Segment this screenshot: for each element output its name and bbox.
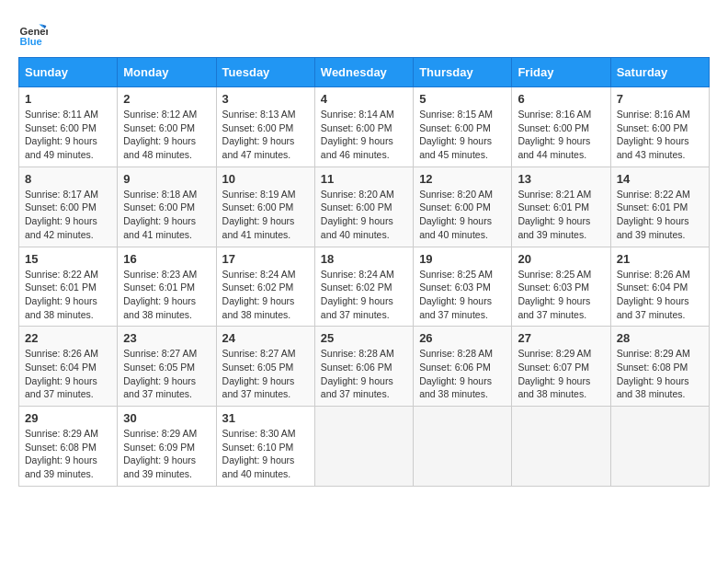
day-number: 1 [25,92,111,106]
day-info: Sunrise: 8:29 AM Sunset: 6:09 PM Dayligh… [123,427,210,481]
day-number: 4 [321,92,407,106]
day-number: 8 [25,172,111,186]
calendar-day-cell [414,407,512,487]
calendar-day-cell: 9 Sunrise: 8:18 AM Sunset: 6:00 PM Dayli… [118,167,216,247]
weekday-header: Tuesday [216,58,314,87]
calendar-day-cell: 6 Sunrise: 8:16 AM Sunset: 6:00 PM Dayli… [512,87,610,167]
weekday-header: Sunday [19,58,118,87]
day-info: Sunrise: 8:25 AM Sunset: 6:03 PM Dayligh… [518,268,604,322]
calendar-day-cell: 11 Sunrise: 8:20 AM Sunset: 6:00 PM Dayl… [314,167,413,247]
calendar-day-cell: 8 Sunrise: 8:17 AM Sunset: 6:00 PM Dayli… [19,167,118,247]
day-info: Sunrise: 8:27 AM Sunset: 6:05 PM Dayligh… [222,347,309,401]
day-info: Sunrise: 8:24 AM Sunset: 6:02 PM Dayligh… [222,268,309,322]
day-number: 27 [518,331,604,345]
calendar-day-cell: 31 Sunrise: 8:30 AM Sunset: 6:10 PM Dayl… [216,407,314,487]
day-number: 9 [123,172,210,186]
day-number: 30 [123,411,210,425]
weekday-header-row: SundayMondayTuesdayWednesdayThursdayFrid… [19,58,710,87]
calendar-day-cell: 10 Sunrise: 8:19 AM Sunset: 6:00 PM Dayl… [216,167,314,247]
svg-text:Blue: Blue [20,36,42,47]
weekday-header: Wednesday [314,58,413,87]
day-info: Sunrise: 8:28 AM Sunset: 6:06 PM Dayligh… [321,347,407,401]
calendar-day-cell [314,407,413,487]
calendar-day-cell: 1 Sunrise: 8:11 AM Sunset: 6:00 PM Dayli… [19,87,118,167]
day-info: Sunrise: 8:15 AM Sunset: 6:00 PM Dayligh… [419,108,506,162]
calendar-week-row: 15 Sunrise: 8:22 AM Sunset: 6:01 PM Dayl… [19,247,710,327]
day-info: Sunrise: 8:24 AM Sunset: 6:02 PM Dayligh… [321,268,407,322]
calendar-day-cell: 26 Sunrise: 8:28 AM Sunset: 6:06 PM Dayl… [414,327,512,407]
day-number: 29 [25,411,111,425]
calendar-day-cell: 15 Sunrise: 8:22 AM Sunset: 6:01 PM Dayl… [19,247,118,327]
calendar-day-cell: 2 Sunrise: 8:12 AM Sunset: 6:00 PM Dayli… [118,87,216,167]
weekday-header: Monday [118,58,216,87]
calendar-day-cell: 18 Sunrise: 8:24 AM Sunset: 6:02 PM Dayl… [314,247,413,327]
day-info: Sunrise: 8:19 AM Sunset: 6:00 PM Dayligh… [222,188,309,242]
calendar-table: SundayMondayTuesdayWednesdayThursdayFrid… [18,57,710,487]
calendar-day-cell [610,407,709,487]
calendar-day-cell: 20 Sunrise: 8:25 AM Sunset: 6:03 PM Dayl… [512,247,610,327]
calendar-day-cell: 12 Sunrise: 8:20 AM Sunset: 6:00 PM Dayl… [414,167,512,247]
day-number: 22 [25,331,111,345]
calendar-day-cell: 21 Sunrise: 8:26 AM Sunset: 6:04 PM Dayl… [610,247,709,327]
day-number: 17 [222,252,309,266]
day-number: 23 [123,331,210,345]
day-info: Sunrise: 8:16 AM Sunset: 6:00 PM Dayligh… [617,108,703,162]
page-header: General Blue [18,18,710,48]
day-number: 18 [321,252,407,266]
day-number: 7 [617,92,703,106]
day-info: Sunrise: 8:21 AM Sunset: 6:01 PM Dayligh… [518,188,604,242]
day-info: Sunrise: 8:26 AM Sunset: 6:04 PM Dayligh… [617,268,703,322]
day-number: 24 [222,331,309,345]
weekday-header: Friday [512,58,610,87]
day-info: Sunrise: 8:22 AM Sunset: 6:01 PM Dayligh… [25,268,111,322]
calendar-day-cell: 7 Sunrise: 8:16 AM Sunset: 6:00 PM Dayli… [610,87,709,167]
day-number: 28 [617,331,703,345]
calendar-day-cell: 24 Sunrise: 8:27 AM Sunset: 6:05 PM Dayl… [216,327,314,407]
day-info: Sunrise: 8:20 AM Sunset: 6:00 PM Dayligh… [321,188,407,242]
calendar-week-row: 29 Sunrise: 8:29 AM Sunset: 6:08 PM Dayl… [19,407,710,487]
calendar-day-cell: 22 Sunrise: 8:26 AM Sunset: 6:04 PM Dayl… [19,327,118,407]
day-info: Sunrise: 8:29 AM Sunset: 6:08 PM Dayligh… [617,347,703,401]
day-number: 20 [518,252,604,266]
day-info: Sunrise: 8:22 AM Sunset: 6:01 PM Dayligh… [617,188,703,242]
calendar-day-cell: 5 Sunrise: 8:15 AM Sunset: 6:00 PM Dayli… [414,87,512,167]
calendar-week-row: 1 Sunrise: 8:11 AM Sunset: 6:00 PM Dayli… [19,87,710,167]
calendar-day-cell: 4 Sunrise: 8:14 AM Sunset: 6:00 PM Dayli… [314,87,413,167]
calendar-week-row: 8 Sunrise: 8:17 AM Sunset: 6:00 PM Dayli… [19,167,710,247]
calendar-day-cell: 27 Sunrise: 8:29 AM Sunset: 6:07 PM Dayl… [512,327,610,407]
logo: General Blue [18,18,51,48]
calendar-day-cell: 14 Sunrise: 8:22 AM Sunset: 6:01 PM Dayl… [610,167,709,247]
day-info: Sunrise: 8:13 AM Sunset: 6:00 PM Dayligh… [222,108,309,162]
day-number: 5 [419,92,506,106]
calendar-day-cell [512,407,610,487]
day-info: Sunrise: 8:16 AM Sunset: 6:00 PM Dayligh… [518,108,604,162]
day-info: Sunrise: 8:26 AM Sunset: 6:04 PM Dayligh… [25,347,111,401]
day-number: 10 [222,172,309,186]
day-info: Sunrise: 8:17 AM Sunset: 6:00 PM Dayligh… [25,188,111,242]
day-number: 2 [123,92,210,106]
day-number: 16 [123,252,210,266]
day-info: Sunrise: 8:18 AM Sunset: 6:00 PM Dayligh… [123,188,210,242]
calendar-day-cell: 28 Sunrise: 8:29 AM Sunset: 6:08 PM Dayl… [610,327,709,407]
day-info: Sunrise: 8:14 AM Sunset: 6:00 PM Dayligh… [321,108,407,162]
day-info: Sunrise: 8:28 AM Sunset: 6:06 PM Dayligh… [419,347,506,401]
day-info: Sunrise: 8:20 AM Sunset: 6:00 PM Dayligh… [419,188,506,242]
calendar-day-cell: 23 Sunrise: 8:27 AM Sunset: 6:05 PM Dayl… [118,327,216,407]
calendar-day-cell: 17 Sunrise: 8:24 AM Sunset: 6:02 PM Dayl… [216,247,314,327]
day-number: 14 [617,172,703,186]
day-info: Sunrise: 8:29 AM Sunset: 6:07 PM Dayligh… [518,347,604,401]
day-number: 26 [419,331,506,345]
day-info: Sunrise: 8:12 AM Sunset: 6:00 PM Dayligh… [123,108,210,162]
day-number: 25 [321,331,407,345]
logo-icon: General Blue [18,18,48,48]
calendar-day-cell: 30 Sunrise: 8:29 AM Sunset: 6:09 PM Dayl… [118,407,216,487]
calendar-day-cell: 29 Sunrise: 8:29 AM Sunset: 6:08 PM Dayl… [19,407,118,487]
day-info: Sunrise: 8:27 AM Sunset: 6:05 PM Dayligh… [123,347,210,401]
day-info: Sunrise: 8:25 AM Sunset: 6:03 PM Dayligh… [419,268,506,322]
day-number: 19 [419,252,506,266]
calendar-day-cell: 13 Sunrise: 8:21 AM Sunset: 6:01 PM Dayl… [512,167,610,247]
calendar-day-cell: 25 Sunrise: 8:28 AM Sunset: 6:06 PM Dayl… [314,327,413,407]
day-info: Sunrise: 8:11 AM Sunset: 6:00 PM Dayligh… [25,108,111,162]
day-info: Sunrise: 8:23 AM Sunset: 6:01 PM Dayligh… [123,268,210,322]
day-number: 15 [25,252,111,266]
